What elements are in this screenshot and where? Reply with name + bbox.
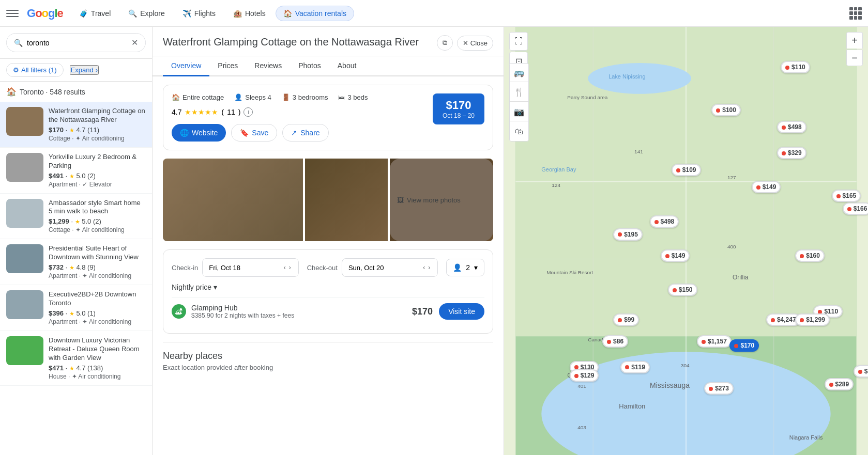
- shopping-icon[interactable]: 🛍: [510, 122, 528, 141]
- info-circle-icon[interactable]: i: [243, 107, 253, 117]
- provider-detail: $385.90 for 2 nights with taxes + fees: [191, 312, 294, 319]
- filter-label: All filters (1): [21, 66, 57, 74]
- nav-tab-flights[interactable]: ✈️ Flights: [175, 6, 223, 21]
- visit-site-button[interactable]: Visit site: [439, 303, 484, 320]
- price-badge: $170 Oct 18 – 20: [433, 93, 484, 124]
- nav-tab-travel[interactable]: 🧳 Travel: [71, 6, 118, 21]
- price-marker[interactable]: $165: [832, 190, 861, 202]
- map-container[interactable]: Mississauga Hamilton Orillia Guelph Cana…: [504, 27, 868, 455]
- listing-item[interactable]: Yorkville Luxury 2 Bedroom & Parking $49…: [0, 148, 152, 194]
- listing-price: $1,299 · ★ 5.0 (2): [49, 217, 146, 225]
- zoom-in-button[interactable]: +: [846, 32, 863, 49]
- checkout-next-arrow[interactable]: ›: [427, 263, 431, 272]
- provider-logo: 🏕: [172, 304, 186, 319]
- search-box[interactable]: 🔍 ✕: [6, 33, 146, 52]
- listing-item[interactable]: Presidential Suite Heart of Downtown wit…: [0, 239, 152, 285]
- zoom-out-button[interactable]: −: [846, 50, 863, 66]
- price-marker[interactable]: $88: [854, 365, 868, 378]
- price-marker[interactable]: $160: [795, 249, 825, 262]
- nightly-price-label[interactable]: Nightly price ▾: [172, 283, 484, 291]
- price-marker[interactable]: $149: [661, 249, 690, 262]
- results-count: 🏠 Toronto · 548 results: [0, 82, 152, 102]
- detail-tab-overview[interactable]: Overview: [163, 56, 209, 76]
- price-marker[interactable]: $195: [613, 228, 643, 241]
- price-marker[interactable]: $119: [620, 361, 650, 373]
- clear-search-icon[interactable]: ✕: [131, 38, 138, 48]
- price-marker[interactable]: $110: [781, 61, 810, 73]
- price-marker[interactable]: $498: [777, 121, 806, 133]
- price-marker[interactable]: $329: [777, 147, 806, 159]
- svg-text:127: 127: [727, 175, 736, 180]
- checkin-prev-arrow[interactable]: ‹: [283, 263, 287, 272]
- price-marker[interactable]: $100: [711, 104, 741, 116]
- price-marker[interactable]: $170: [729, 339, 759, 352]
- nav-tab-hotels[interactable]: 🏨 Hotels: [225, 6, 273, 21]
- price-marker[interactable]: $86: [602, 335, 628, 348]
- checkout-field[interactable]: Sun, Oct 20 ‹ ›: [342, 258, 438, 277]
- expand-button[interactable]: Expand ›: [70, 65, 99, 75]
- svg-text:Mountain Ski Resort: Mountain Ski Resort: [546, 270, 593, 275]
- price-marker[interactable]: $109: [672, 164, 701, 176]
- price-marker[interactable]: $498: [650, 215, 679, 228]
- hamburger-menu[interactable]: [6, 7, 19, 20]
- price-marker[interactable]: $150: [668, 284, 697, 296]
- all-filters-button[interactable]: ⚙ All filters (1): [6, 63, 64, 77]
- view-more-overlay[interactable]: 🖼 View more photos: [390, 159, 493, 241]
- photo-middle[interactable]: [305, 159, 388, 241]
- stars-icon: ★★★★★: [185, 108, 218, 116]
- nav-tab-vacation[interactable]: 🏠 Vacation rentals: [276, 6, 354, 21]
- website-button[interactable]: 🌐 Website: [172, 124, 226, 142]
- search-input[interactable]: [27, 39, 127, 47]
- listing-price: $396 · ★ 5.0 (1): [49, 309, 146, 317]
- map-zoom-controls: + −: [846, 32, 863, 66]
- listing-name: Downtown Luxury Victorian Retreat - Delu…: [49, 336, 146, 363]
- price-marker[interactable]: $1,157: [697, 335, 732, 348]
- detail-tab-reviews[interactable]: Reviews: [246, 56, 290, 76]
- photo-right[interactable]: 🖼 View more photos: [390, 159, 493, 241]
- nav-tab-hotels-label: Hotels: [245, 9, 266, 18]
- price-marker[interactable]: $149: [752, 181, 781, 193]
- provider-actions: $170 Visit site: [412, 303, 484, 320]
- detail-tab-about[interactable]: About: [329, 56, 365, 76]
- listing-thumbnail: [6, 290, 43, 319]
- save-button[interactable]: 🔖 Save: [231, 124, 277, 142]
- listing-item[interactable]: Downtown Luxury Victorian Retreat - Delu…: [0, 331, 152, 386]
- share-button[interactable]: ↗ Share: [282, 124, 328, 142]
- listing-item[interactable]: Waterfront Glamping Cottage on the Notta…: [0, 102, 152, 148]
- price-marker[interactable]: $166: [843, 202, 868, 215]
- detail-tab-photos[interactable]: Photos: [290, 56, 329, 76]
- checkout-label-text: Check-out: [307, 264, 338, 272]
- listing-tags: Apartment · ✦ Air conditioning: [49, 272, 146, 279]
- price-marker[interactable]: $289: [825, 378, 854, 390]
- main-layout: 🔍 ✕ ⚙ All filters (1) Expand › 🏠 Toronto…: [0, 27, 868, 455]
- transit-icon[interactable]: 🚌: [510, 64, 528, 82]
- expand-label: Expand: [71, 66, 94, 74]
- checkin-next-arrow[interactable]: ›: [288, 263, 292, 272]
- price-marker[interactable]: $1,299: [795, 313, 830, 326]
- restaurant-icon[interactable]: 🍴: [510, 83, 528, 102]
- property-info: 🏠 Entire cottage 👤 Sleeps 4 🚪 3 bedrooms: [172, 93, 368, 142]
- guests-field[interactable]: 👤 2 ▾: [446, 259, 484, 276]
- svg-text:403: 403: [577, 425, 586, 430]
- svg-text:Parry Sound area: Parry Sound area: [567, 95, 608, 100]
- price-marker[interactable]: $99: [613, 313, 639, 326]
- photo-main[interactable]: [163, 159, 303, 241]
- listing-item[interactable]: Executive2BD+2B Downtown Toronto $396 · …: [0, 285, 152, 331]
- fullscreen-button[interactable]: ⛶: [509, 32, 528, 51]
- checkin-field[interactable]: Fri, Oct 18 ‹ ›: [202, 258, 298, 277]
- nav-tab-vacation-label: Vacation rentals: [295, 9, 346, 18]
- action-buttons: 🌐 Website 🔖 Save ↗ Share: [172, 124, 368, 142]
- detail-tab-prices[interactable]: Prices: [209, 56, 246, 76]
- price-marker[interactable]: $129: [570, 369, 599, 382]
- apps-grid-icon[interactable]: [849, 7, 862, 20]
- camera-icon[interactable]: 📷: [510, 103, 528, 121]
- checkout-prev-arrow[interactable]: ‹: [422, 263, 426, 272]
- listing-name: Yorkville Luxury 2 Bedroom & Parking: [49, 153, 146, 170]
- property-card: 🏠 Entire cottage 👤 Sleeps 4 🚪 3 bedrooms: [163, 85, 493, 150]
- listing-price: $471 · ★ 4.7 (138): [49, 364, 146, 372]
- open-new-tab-button[interactable]: ⧉: [437, 35, 453, 51]
- price-marker[interactable]: $273: [704, 382, 734, 395]
- close-detail-button[interactable]: ✕ Close: [457, 36, 493, 51]
- nav-tab-explore[interactable]: 🔍 Explore: [120, 6, 172, 21]
- listing-item[interactable]: Ambassador style Smart home 5 min walk t…: [0, 194, 152, 240]
